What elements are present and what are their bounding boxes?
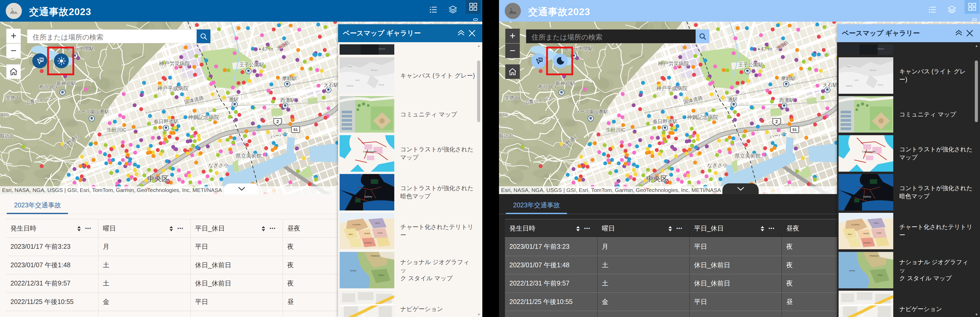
svg-text:FRANCE: FRANCE [870, 255, 878, 257]
svg-text:Paris: Paris [846, 65, 851, 68]
svg-text:Copenhagen: Copenhagen [363, 150, 377, 153]
svg-text:NIGER: NIGER [863, 233, 869, 234]
svg-text:NIGERIA: NIGERIA [863, 242, 871, 244]
svg-text:Madrid: Madrid [347, 84, 353, 87]
svg-text:Lyon: Lyon [355, 79, 360, 81]
svg-text:Rome: Rome [878, 84, 883, 86]
svg-text:Sydney: Sydney [364, 195, 372, 198]
svg-text:NIGERIA: NIGERIA [364, 242, 372, 244]
svg-text:ITALY: ITALY [878, 274, 883, 276]
svg-text:SPAIN: SPAIN [350, 269, 356, 272]
svg-text:Sydney: Sydney [863, 195, 872, 198]
svg-text:Lyon: Lyon [854, 79, 859, 81]
svg-text:Rome: Rome [379, 84, 384, 86]
svg-text:FRANCE: FRANCE [371, 255, 379, 257]
svg-text:CHAD: CHAD [877, 232, 881, 234]
svg-text:CHAD: CHAD [377, 232, 383, 234]
svg-text:ITALY: ITALY [379, 274, 384, 276]
svg-text:Munich: Munich [371, 69, 378, 72]
svg-text:LIBYA: LIBYA [375, 222, 380, 224]
svg-text:LIBYA: LIBYA [874, 222, 879, 224]
svg-text:Atlanta: Atlanta [379, 48, 385, 50]
svg-text:Copenhagen: Copenhagen [862, 150, 875, 153]
svg-text:MALI: MALI [349, 233, 353, 235]
svg-text:ALGERIA: ALGERIA [852, 224, 860, 226]
svg-text:NIGER: NIGER [364, 233, 370, 234]
svg-text:Munich: Munich [870, 69, 877, 72]
svg-text:Paris: Paris [347, 65, 352, 68]
svg-text:MALI: MALI [848, 233, 852, 235]
svg-text:SPAIN: SPAIN [849, 269, 855, 272]
svg-text:ALGERIA: ALGERIA [353, 224, 361, 226]
svg-text:Madrid: Madrid [846, 84, 852, 87]
svg-text:Atlanta: Atlanta [878, 48, 884, 50]
